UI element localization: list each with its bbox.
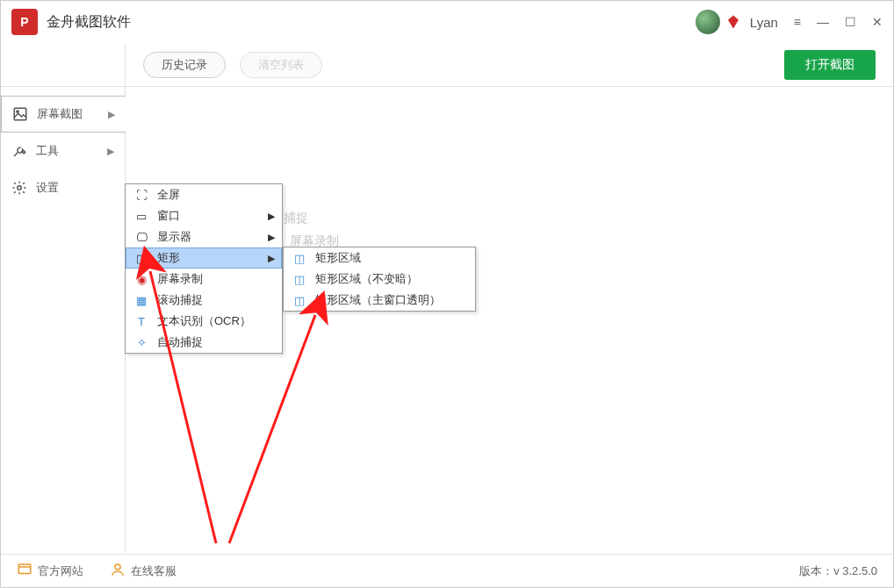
sidebar-item-label: 屏幕截图	[37, 106, 108, 122]
rect-nodim-icon: ◫	[291, 273, 308, 286]
clear-list-button: 清空列表	[240, 52, 322, 78]
image-icon	[12, 106, 28, 122]
window-icon: ▭	[133, 210, 150, 223]
menu-item-scroll[interactable]: ▦ 滚动捕捉	[126, 290, 282, 311]
submenu-item-rect-area[interactable]: ◫ 矩形区域	[284, 247, 475, 269]
svg-point-2	[18, 186, 22, 190]
sidebar-item-settings[interactable]: 设置	[1, 169, 125, 206]
submenu-item-rect-transparent[interactable]: ◫ 矩形区域（主窗口透明）	[284, 290, 475, 311]
minimize-button[interactable]: —	[817, 15, 829, 29]
menu-item-record[interactable]: ◉ 屏幕录制	[126, 269, 282, 290]
support-icon	[110, 562, 126, 580]
menu-item-monitor[interactable]: 🖵 显示器 ▶	[126, 226, 282, 247]
rect-area-icon: ◫	[291, 252, 308, 265]
username[interactable]: Lyan	[750, 15, 778, 30]
chevron-right-icon: ▶	[268, 253, 275, 264]
rect-transparent-icon: ◫	[291, 294, 308, 307]
chevron-right-icon: ▶	[268, 211, 275, 222]
version-label: 版本：v 3.2.5.0	[799, 563, 877, 579]
rectangle-submenu: ◫ 矩形区域 ◫ 矩形区域（不变暗） ◫ 矩形区域（主窗口透明）	[283, 247, 476, 312]
support-link[interactable]: 在线客服	[110, 562, 177, 580]
app-title: 金舟截图软件	[47, 13, 131, 32]
wrench-icon	[11, 143, 27, 159]
sidebar-item-tools[interactable]: 工具 ▶	[1, 133, 125, 169]
fullscreen-icon: ⛶	[133, 189, 150, 202]
scroll-icon: ▦	[133, 294, 150, 307]
website-icon	[17, 562, 32, 580]
screenshot-menu: ⛶ 全屏 ▭ 窗口 ▶ 🖵 显示器 ▶ ◫ 矩形 ▶ ◉ 屏幕录制	[125, 183, 283, 354]
svg-rect-5	[18, 564, 31, 574]
history-button[interactable]: 历史记录	[143, 52, 226, 78]
official-site-link[interactable]: 官方网站	[17, 562, 83, 580]
avatar[interactable]	[696, 10, 720, 34]
sidebar-item-label: 工具	[36, 143, 107, 159]
menu-item-auto[interactable]: ✧ 自动捕捉	[126, 332, 282, 353]
menu-item-ocr[interactable]: T 文本识别（OCR）	[126, 311, 282, 332]
sidebar-item-label: 设置	[36, 180, 114, 196]
menu-item-fullscreen[interactable]: ⛶ 全屏	[126, 184, 282, 205]
menu-icon[interactable]: ≡	[794, 15, 801, 29]
gear-icon	[11, 180, 27, 196]
chevron-right-icon: ▶	[107, 146, 114, 157]
close-button[interactable]: ✕	[872, 15, 883, 29]
vip-diamond-icon[interactable]	[725, 14, 741, 30]
sidebar-item-screenshot[interactable]: 屏幕截图 ▶	[1, 96, 126, 133]
svg-point-6	[115, 564, 120, 570]
open-capture-button[interactable]: 打开截图	[784, 50, 876, 80]
auto-capture-icon: ✧	[133, 336, 150, 349]
record-icon: ◉	[133, 273, 150, 286]
svg-rect-0	[14, 108, 26, 120]
monitor-icon: 🖵	[133, 231, 150, 244]
chevron-right-icon: ▶	[268, 232, 275, 243]
menu-item-window[interactable]: ▭ 窗口 ▶	[126, 205, 282, 226]
chevron-right-icon: ▶	[108, 109, 115, 120]
ocr-icon: T	[133, 315, 150, 328]
app-logo-icon: P	[11, 9, 38, 35]
menu-item-rectangle[interactable]: ◫ 矩形 ▶	[126, 247, 282, 269]
rectangle-icon: ◫	[133, 252, 150, 265]
submenu-item-rect-nodim[interactable]: ◫ 矩形区域（不变暗）	[284, 269, 475, 290]
svg-point-1	[17, 111, 18, 112]
maximize-button[interactable]: ☐	[845, 15, 856, 29]
